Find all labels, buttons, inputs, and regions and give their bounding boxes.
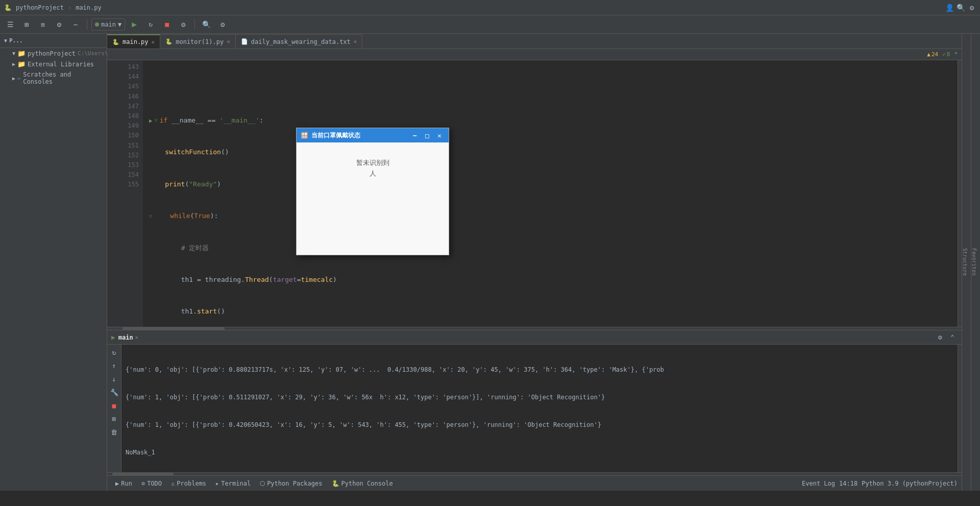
settings-gear-btn[interactable]: ⚙ bbox=[215, 17, 230, 32]
func-start-150: start bbox=[197, 306, 217, 317]
dialog-content: 暂未识别到 人 bbox=[297, 142, 449, 255]
main-layout: ▼ P... ▼ 📁 pythonProject C:\Users\... ▶ … bbox=[0, 34, 980, 491]
coverage-btn[interactable]: ⚙ bbox=[176, 17, 190, 32]
tab-run-bottom[interactable]: ▶ Run bbox=[111, 476, 136, 491]
packages-label: Python Packages bbox=[267, 480, 322, 487]
ok-count[interactable]: ✓ 8 bbox=[942, 51, 950, 58]
tab-label-3: daily_mask_wearing_data.txt bbox=[251, 38, 351, 45]
search-icon[interactable]: 🔍 bbox=[957, 4, 965, 12]
run-bottom-icon: ▶ bbox=[115, 480, 119, 487]
code-content[interactable]: ▶ ▽ if __name__ == '__main__' : switchFu… bbox=[143, 60, 958, 327]
search-toolbar-btn[interactable]: 🔍 bbox=[199, 17, 213, 32]
editor-status-bar: ▲ 24 ✓ 8 ⌃ bbox=[107, 49, 962, 60]
run-settings-btn[interactable]: ⚙ bbox=[935, 332, 945, 343]
sidebar-item-scratches[interactable]: ▶ ✏ Scratches and Consoles bbox=[0, 69, 107, 87]
tab-todo[interactable]: ⊘ TODO bbox=[137, 476, 166, 491]
tab-python-packages[interactable]: ⬡ Python Packages bbox=[256, 476, 326, 491]
tab-monitor-py[interactable]: 🐍 monitor(1).py ✕ bbox=[160, 34, 236, 49]
packages-icon: ⬡ bbox=[260, 480, 265, 487]
tab-close-2[interactable]: ✕ bbox=[227, 38, 230, 45]
run-expand-btn[interactable]: ⌃ bbox=[947, 332, 958, 343]
wrench-btn[interactable]: 🔧 bbox=[109, 387, 120, 398]
tab-python-console[interactable]: 🐍 Python Console bbox=[328, 476, 397, 491]
line-num-144: 144 bbox=[117, 72, 139, 82]
tab-close-1[interactable]: ✕ bbox=[152, 39, 155, 45]
trash-btn[interactable]: 🗑 bbox=[109, 426, 120, 438]
minus-btn[interactable]: − bbox=[68, 17, 83, 32]
problems-icon: ⚠ bbox=[171, 480, 175, 487]
sidebar-item-external-libs[interactable]: ▶ 📁 External Libraries bbox=[0, 59, 107, 69]
expand-icon[interactable]: ⌃ bbox=[954, 51, 958, 58]
dialog-minimize-btn[interactable]: − bbox=[410, 130, 420, 140]
scroll-down-btn[interactable]: ↓ bbox=[109, 373, 120, 384]
favorites-bar[interactable]: Favorites bbox=[971, 34, 980, 491]
editor-scrollbar[interactable] bbox=[958, 60, 962, 327]
run-bottom-label: Run bbox=[121, 480, 132, 487]
stop-run-btn[interactable]: ■ bbox=[109, 400, 120, 411]
structure-bar[interactable]: Structure bbox=[962, 34, 971, 491]
project-name[interactable]: pythonProject bbox=[16, 4, 64, 11]
code-line-146: print ( "Ready" ) bbox=[149, 179, 958, 190]
settings-icon[interactable]: ⚙ bbox=[968, 4, 976, 12]
tab-problems[interactable]: ⚠ Problems bbox=[167, 476, 210, 491]
time-display: 14:18 bbox=[839, 480, 857, 487]
line-num-149: 149 bbox=[117, 121, 139, 131]
output-line-2: {'num': 1, 'obj': [{'prob': 0.420650423,… bbox=[126, 420, 953, 429]
run-config-dropdown[interactable]: main ▼ bbox=[91, 18, 125, 31]
code-line-149: th1 = threading . Thread ( target = time… bbox=[149, 275, 958, 285]
indent-btn[interactable]: ≡ bbox=[36, 17, 50, 32]
rerun-tool-btn[interactable]: ↻ bbox=[109, 347, 120, 358]
editor-container: 🐍 main.py ✕ 🐍 monitor(1).py ✕ 📄 daily_ma… bbox=[107, 34, 962, 491]
func-print: print bbox=[165, 179, 185, 190]
ok-icon: ✓ bbox=[942, 51, 946, 58]
paren-start-146: ( bbox=[185, 179, 189, 190]
run-btn[interactable]: ▶ bbox=[127, 17, 141, 32]
status-dialog[interactable]: 🪟 当前口罩佩戴状态 − □ ✕ 暂未识别到 人 bbox=[296, 128, 449, 255]
dialog-close-btn[interactable]: ✕ bbox=[434, 130, 445, 140]
fold-marker-144[interactable]: ▽ bbox=[155, 116, 158, 125]
dialog-maximize-btn[interactable]: □ bbox=[422, 130, 432, 140]
stop-btn[interactable]: ■ bbox=[160, 17, 174, 32]
line-num-145: 145 bbox=[117, 82, 139, 91]
tab-label-2: monitor(1).py bbox=[176, 38, 224, 45]
run-config-label: main bbox=[101, 21, 116, 28]
project-toggle-btn[interactable]: ☰ bbox=[3, 17, 17, 32]
gutter bbox=[107, 60, 117, 327]
toolbar: ☰ ⊞ ≡ ⚙ − main ▼ ▶ ↻ ■ ⚙ 🔍 ⚙ bbox=[0, 15, 980, 34]
sidebar-collapse-icon[interactable]: ▼ bbox=[4, 38, 7, 43]
fold-marker-147[interactable]: ▽ bbox=[149, 212, 152, 221]
run-icon: ▶ bbox=[111, 333, 115, 341]
scroll-up-btn[interactable]: ↑ bbox=[109, 360, 120, 371]
event-log-link[interactable]: Event Log bbox=[802, 480, 835, 487]
ok-count-label: 8 bbox=[947, 51, 950, 58]
run-scrollbar[interactable] bbox=[958, 345, 962, 472]
line-num-143: 143 bbox=[117, 62, 139, 72]
split-btn[interactable]: ⊞ bbox=[109, 413, 120, 424]
separator2 bbox=[194, 19, 195, 30]
tab-main-py[interactable]: 🐍 main.py ✕ bbox=[107, 34, 160, 49]
tab-terminal[interactable]: ▸ Terminal bbox=[211, 476, 255, 491]
sidebar-item-project[interactable]: ▼ 📁 pythonProject C:\Users\... bbox=[0, 48, 107, 59]
dialog-message: 暂未识别到 人 bbox=[356, 158, 389, 179]
user-icon[interactable]: 👤 bbox=[945, 4, 953, 12]
dialog-message-line1: 暂未识别到 bbox=[356, 159, 389, 166]
colon-144: : bbox=[259, 115, 263, 126]
tab-close-3[interactable]: ✕ bbox=[354, 38, 357, 45]
run-tab-main[interactable]: main ✕ bbox=[118, 334, 138, 341]
settings-btn[interactable]: ⚙ bbox=[52, 17, 66, 32]
op-eq: == bbox=[204, 115, 219, 126]
rerun-btn[interactable]: ↻ bbox=[143, 17, 158, 32]
title-controls: 👤 🔍 ⚙ bbox=[945, 4, 976, 12]
var-name: __name__ bbox=[172, 115, 204, 126]
tab-daily-data-txt[interactable]: 📄 daily_mask_wearing_data.txt ✕ bbox=[236, 34, 363, 49]
code-editor[interactable]: 143 144 145 146 147 148 149 150 151 152 … bbox=[107, 60, 962, 327]
title-bar: 🐍 pythonProject › main.py 👤 🔍 ⚙ bbox=[0, 0, 980, 15]
output-line-1: {'num': 1, 'obj': [{'prob': 0.511291027,… bbox=[126, 393, 953, 402]
warning-count[interactable]: ▲ 24 bbox=[927, 51, 938, 58]
kw-if: if bbox=[160, 115, 172, 126]
run-panel-header: ▶ main ✕ ⚙ ⌃ bbox=[107, 330, 962, 345]
structure-btn[interactable]: ⊞ bbox=[19, 17, 34, 32]
run-tab-close[interactable]: ✕ bbox=[135, 334, 138, 340]
line-num-150: 150 bbox=[117, 131, 139, 140]
scratches-folder-icon: ✏ bbox=[17, 75, 21, 82]
